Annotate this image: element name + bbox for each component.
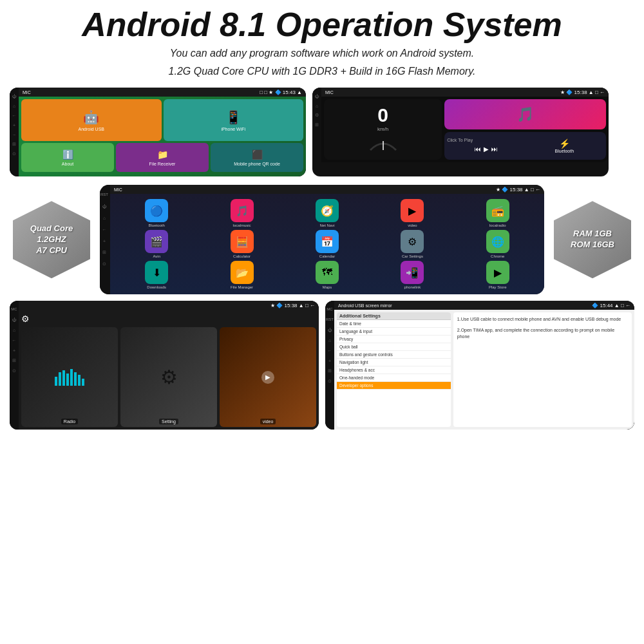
nav-icon-3: ⊙ (101, 261, 108, 267)
status-bar-bl: ★ 🔷 15:38 ▲ □ ← (19, 301, 319, 310)
play-circle: ▶ (261, 371, 274, 384)
android-usb-app[interactable]: 🤖 Android USB (21, 99, 162, 141)
usb-screen-content: Additional Settings Date & timeLanguage … (334, 310, 634, 430)
about-app[interactable]: ℹ️ About (21, 143, 114, 172)
launcher-app-calculator[interactable]: 🧮 Calculator (200, 230, 283, 258)
home-icon: ⌂ (11, 102, 17, 109)
play-icon[interactable]: ▶ (484, 146, 489, 153)
launcher-app-calendar[interactable]: 📅 Calendar (286, 230, 368, 258)
android-icon: 🤖 (83, 109, 99, 125)
speedometer: 0 km/h (324, 99, 442, 160)
launcher-app-localradio[interactable]: 📻 localradio (457, 199, 539, 227)
settings-item-7[interactable]: One-handed mode (337, 374, 451, 382)
gear-large-icon: ⚙ (160, 366, 178, 388)
bottom-tiles-row: Radio ⚙ Setting (21, 327, 316, 427)
qr-app[interactable]: ⬛ Mobile phone QR code (211, 143, 303, 172)
launcher-app-car-settings[interactable]: ⚙ Car Settings (371, 230, 453, 258)
launcher-app-label: video (408, 223, 417, 227)
launcher-app-bluetooth[interactable]: 🔵 Bluetooth (115, 199, 198, 227)
music-tile[interactable]: 🎵 (444, 99, 606, 129)
launcher-app-label: Chrome (491, 254, 504, 258)
bottom-left-nav: MC ⏻ ⌂ ← + ⊞ ⊙ (10, 301, 19, 430)
status-icons-bl: ★ 🔷 15:38 ▲ □ ← (270, 303, 315, 308)
bottom-right-nav: MC RST ⏻ ⌂ ← + ⊞ ⊙ (325, 301, 334, 430)
video-tile[interactable]: ▶ video (220, 327, 316, 427)
launcher-app-maps[interactable]: 🗺 Maps (286, 261, 368, 289)
settings-item-1[interactable]: Language & input (337, 328, 451, 336)
launcher-app-icon: 🔵 (145, 199, 168, 222)
iphone-wifi-app[interactable]: 📱 iPhone WiFi (164, 99, 304, 141)
status-bar-1: MIC □ □ ★ 🔷 15:43 ▲ (19, 88, 306, 97)
launcher-app-label: localmusic (233, 223, 251, 227)
settings-item-6[interactable]: Headphones & acc (337, 366, 451, 374)
svg-rect-8 (82, 379, 84, 386)
settings-gear-icon: ⚙ (21, 314, 30, 324)
launcher-app-video[interactable]: ▶ video (371, 199, 453, 227)
settings-item-3[interactable]: Quick ball (337, 343, 451, 351)
about-icon: ℹ️ (62, 149, 73, 160)
launcher-app-icon: 🧮 (231, 230, 254, 253)
prev-icon[interactable]: ⏮ (475, 146, 481, 153)
mc-icon-br: MC (327, 306, 333, 312)
mic-label-2: MIC (325, 90, 334, 95)
file-receiver-app[interactable]: 📁 File Receiver (116, 143, 209, 172)
settings-icon-2: ⚙ (314, 112, 320, 118)
power-icon-br: ⏻ (327, 327, 333, 333)
radio-tile[interactable]: Radio (21, 327, 118, 427)
settings-item-4[interactable]: Buttons and gesture controls (337, 351, 451, 359)
radio-bg (21, 327, 118, 427)
next-icon[interactable]: ⏭ (491, 146, 498, 153)
launcher-app-icon: ▶ (486, 261, 509, 284)
back-icon: ← (11, 112, 17, 118)
svg-rect-3 (62, 370, 65, 386)
grid-icon-bl: ⊞ (11, 357, 17, 364)
speed-value: 0 (377, 104, 388, 126)
launcher-app-phonelink[interactable]: 📲 phonelink (371, 261, 453, 289)
launcher-app-avin[interactable]: 🎬 Avin (115, 230, 198, 258)
volume-down-icon: − (11, 131, 17, 138)
about-label: About (62, 162, 73, 166)
vol-up-icon-3: + (101, 238, 108, 244)
launcher-app-icon: ⚙ (401, 230, 424, 253)
step2-text: 2.Open TIMA app, and complete the connec… (457, 327, 628, 341)
settings-items-list: Date & timeLanguage & inputPrivacyQuick … (337, 320, 451, 390)
screen-apps: ⏻ ⌂ ← + − ⊞ ⊙ MIC □ □ ★ 🔷 15:43 ▲ 🤖 A (10, 88, 306, 176)
subtitle2: 1.2G Quad Core CPU with 1G DDR3 + Build … (13, 64, 631, 79)
status-icons-br: 🔷 15:44 ▲ □ ← (592, 303, 630, 308)
right-hex-text: RAM 1GB ROM 16GB (571, 229, 614, 251)
launcher-app-file-manager[interactable]: 📂 File Manager (200, 261, 283, 289)
svg-rect-4 (66, 374, 69, 386)
bottom-right-screen: MC RST ⏻ ⌂ ← + ⊞ ⊙ Android USB screen mi… (325, 301, 634, 430)
settings-item-5[interactable]: Navigation light (337, 359, 451, 366)
launcher-app-chrome[interactable]: 🌐 Chrome (457, 230, 539, 258)
launcher-app-icon: 📻 (486, 199, 509, 222)
launcher-app-localmusic[interactable]: 🎵 localmusic (200, 199, 283, 227)
volume-up-icon: + (11, 122, 17, 128)
setting-tile[interactable]: ⚙ Setting (120, 327, 217, 427)
launcher-app-icon: 📲 (401, 261, 424, 284)
settings-item-0[interactable]: Date & time (337, 320, 451, 328)
svg-rect-1 (55, 377, 57, 386)
vol-up-icon-br: + (327, 357, 333, 364)
launcher-app-net-navi[interactable]: 🧭 Net Navi (286, 199, 368, 227)
launcher-app-label: Net Navi (319, 223, 334, 227)
launcher-app-downloads[interactable]: ⬇ Downloads (115, 261, 198, 289)
music-note-icon: 🎵 (516, 106, 534, 123)
radio-tiles-container: ⚙ (19, 310, 319, 430)
usb-title: Android USB screen mirror (338, 303, 392, 308)
svg-rect-7 (78, 375, 80, 386)
status-icons: □ □ ★ 🔷 15:43 ▲ (260, 90, 302, 95)
mic-icon-bl: MC (11, 306, 17, 312)
status-bar-2: MIC ★ 🔷 15:38 ▲ □ ← (321, 88, 609, 97)
launcher-app-label: Car Settings (402, 254, 423, 258)
nav-icon-bl: ⊙ (11, 368, 17, 374)
settings-item-2[interactable]: Privacy (337, 336, 451, 343)
nav-icon: ⊙ (11, 151, 17, 157)
step1-text: 1.Use USB cable to connect mobile phone … (457, 316, 628, 323)
radio-label: Radio (61, 419, 78, 424)
iphone-wifi-label: iPhone WiFi (221, 127, 245, 131)
settings-item-8[interactable]: Developer options (337, 382, 451, 390)
launcher-app-icon: 🌐 (486, 230, 509, 253)
launcher-app-play-store[interactable]: ▶ Play Store (457, 261, 539, 289)
bluetooth-tile[interactable]: Click To Play ⏮ ▶ ⏭ ⚡ (444, 132, 606, 160)
